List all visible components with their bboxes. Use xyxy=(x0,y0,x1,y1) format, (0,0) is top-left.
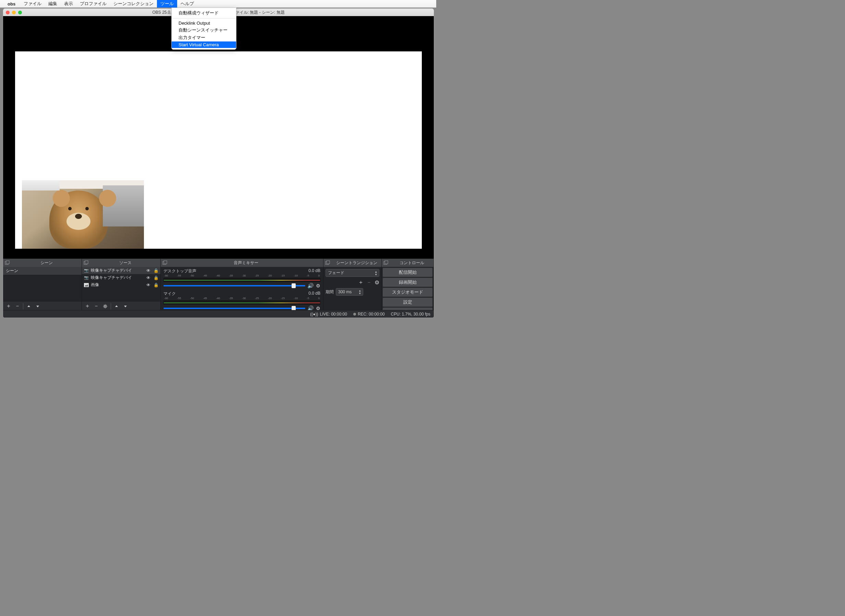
transition-settings-icon[interactable]: ⚙ xyxy=(374,279,379,286)
volume-slider[interactable] xyxy=(163,308,305,309)
record-dot-icon xyxy=(353,313,356,315)
dropdown-auto-config-wizard[interactable]: 自動構成ウィザード xyxy=(172,9,236,17)
meter-ticks: -60-55-50-45-40-35-30-25-20-15-10-50 xyxy=(163,274,320,277)
dropdown-output-timer[interactable]: 出力タイマー xyxy=(172,34,236,41)
obs-window: OBS 25.0. ァイル: 無題 - シーン: 無題 シーン シ xyxy=(3,8,434,318)
select-arrows-icon: ▴▾ xyxy=(375,270,377,276)
status-cpu: CPU: 1.7%, 30.00 fps xyxy=(391,312,430,317)
menu-view[interactable]: 表示 xyxy=(61,0,76,7)
sources-popout-icon[interactable] xyxy=(82,259,90,267)
source-label: 映像キャプチャデバイ xyxy=(91,268,144,273)
status-live: ((●)) LIVE: 00:00:00 xyxy=(310,312,347,317)
meter-ticks: -60-55-50-45-40-35-30-25-20-15-10-50 xyxy=(163,297,320,300)
source-properties-button[interactable] xyxy=(101,302,109,310)
svg-point-5 xyxy=(104,305,106,307)
svg-rect-9 xyxy=(327,261,330,264)
transitions-popout-icon[interactable] xyxy=(323,259,332,267)
minimize-window-button[interactable] xyxy=(12,10,16,15)
transition-remove-button[interactable]: － xyxy=(366,279,372,286)
menu-profile[interactable]: プロファイル xyxy=(76,0,110,7)
visibility-toggle-icon[interactable]: 👁 xyxy=(145,276,151,280)
close-window-button[interactable] xyxy=(6,10,10,15)
dropdown-start-virtual-camera[interactable]: Start Virtual Camera xyxy=(172,41,236,48)
source-item[interactable]: 📷 映像キャプチャデバイ 👁 🔒 xyxy=(82,274,160,281)
start-streaming-button[interactable]: 配信開始 xyxy=(382,268,433,277)
mixer-channel-desktop: デスクトップ音声 0.0 dB -60-55-50-45-40-35-30-25… xyxy=(163,268,320,289)
maximize-window-button[interactable] xyxy=(18,10,22,15)
volume-slider[interactable] xyxy=(163,285,305,286)
audio-meter xyxy=(163,301,320,305)
dropdown-decklink-output[interactable]: Decklink Output xyxy=(172,20,236,26)
macos-menubar: obs ファイル 編集 表示 プロファイル シーンコレクション ツール ヘルプ xyxy=(0,0,436,7)
scene-add-button[interactable]: ＋ xyxy=(4,302,13,310)
webcam-source-preview[interactable] xyxy=(22,180,144,249)
app-name-menu[interactable]: obs xyxy=(7,1,15,6)
source-label: 画像 xyxy=(91,282,144,288)
visibility-toggle-icon[interactable]: 👁 xyxy=(145,283,151,287)
source-item[interactable]: 📷 映像キャプチャデバイ 👁 🔒 xyxy=(82,267,160,274)
scene-move-up-button[interactable] xyxy=(25,302,33,310)
transition-add-button[interactable]: ＋ xyxy=(358,279,364,286)
sources-title: ソース xyxy=(90,260,160,266)
mixer-title: 音声ミキサー xyxy=(169,260,323,266)
mixer-channel-mic: マイク 0.0 dB -60-55-50-45-40-35-30-25-20-1… xyxy=(163,291,320,311)
source-add-button[interactable]: ＋ xyxy=(83,302,91,310)
transitions-dock: シーントランジション フェード ▴▾ ＋ － ⚙ 期間 300 ms ▴▾ xyxy=(323,259,382,311)
transition-select[interactable]: フェード ▴▾ xyxy=(326,269,379,277)
mixer-popout-icon[interactable] xyxy=(161,259,169,267)
camera-icon: 📷 xyxy=(83,268,89,273)
tools-dropdown: 自動構成ウィザード Decklink Output 自動シーンスイッチャー 出力… xyxy=(171,7,236,50)
studio-mode-button[interactable]: スタジオモード xyxy=(382,287,433,297)
audio-meter xyxy=(163,278,320,282)
traffic-lights xyxy=(6,10,22,15)
mute-toggle-icon[interactable]: 🔊 xyxy=(307,283,314,289)
status-bar: ((●)) LIVE: 00:00:00 REC: 00:00:00 CPU: … xyxy=(3,310,434,318)
lock-toggle-icon[interactable]: 🔒 xyxy=(153,276,159,280)
bottom-docks: シーン シーン ＋ － ソース 📷 映像キャプチャデバイ xyxy=(3,259,434,311)
source-move-up-button[interactable] xyxy=(112,302,120,310)
scenes-title: シーン xyxy=(11,260,82,266)
source-remove-button[interactable]: － xyxy=(92,302,100,310)
channel-level: 0.0 dB xyxy=(308,291,320,297)
menu-tools[interactable]: ツール xyxy=(157,0,177,7)
scene-remove-button[interactable]: － xyxy=(13,302,22,310)
audio-mixer-dock: 音声ミキサー デスクトップ音声 0.0 dB -60-55-50-45-40-3… xyxy=(161,259,323,311)
preview-canvas[interactable] xyxy=(15,51,422,249)
channel-name: マイク xyxy=(163,291,176,297)
sources-dock: ソース 📷 映像キャプチャデバイ 👁 🔒 📷 映像キャプチャデバイ 👁 🔒 xyxy=(82,259,161,311)
svg-rect-7 xyxy=(164,261,167,264)
visibility-toggle-icon[interactable]: 👁 xyxy=(145,268,151,273)
transitions-title: シーントランジション xyxy=(332,260,381,266)
svg-rect-1 xyxy=(6,261,9,264)
camera-icon: 📷 xyxy=(83,275,89,280)
svg-rect-3 xyxy=(85,261,88,264)
dropdown-separator xyxy=(172,18,236,19)
channel-settings-icon[interactable]: ⚙ xyxy=(316,283,320,289)
spinner-arrows-icon[interactable]: ▴▾ xyxy=(359,289,361,295)
menu-help[interactable]: ヘルプ xyxy=(177,0,197,7)
controls-dock: コントロール 配信開始 録画開始 スタジオモード 設定 終了 xyxy=(382,259,434,311)
preview-area[interactable] xyxy=(3,16,434,259)
controls-title: コントロール xyxy=(390,260,433,266)
start-recording-button[interactable]: 録画開始 xyxy=(382,277,433,287)
image-icon xyxy=(83,282,89,288)
scenes-popout-icon[interactable] xyxy=(3,259,11,267)
source-item[interactable]: 画像 👁 🔒 xyxy=(82,281,160,289)
controls-popout-icon[interactable] xyxy=(382,259,390,267)
dropdown-auto-scene-switcher[interactable]: 自動シーンスイッチャー xyxy=(172,26,236,34)
menu-file[interactable]: ファイル xyxy=(20,0,45,7)
lock-toggle-icon[interactable]: 🔒 xyxy=(153,283,159,287)
menu-edit[interactable]: 編集 xyxy=(45,0,61,7)
source-move-down-button[interactable] xyxy=(121,302,129,310)
lock-toggle-icon[interactable]: 🔒 xyxy=(153,268,159,273)
channel-name: デスクトップ音声 xyxy=(163,268,197,274)
duration-label: 期間 xyxy=(326,289,334,295)
menu-scene-collection[interactable]: シーンコレクション xyxy=(110,0,157,7)
duration-spinbox[interactable]: 300 ms ▴▾ xyxy=(336,288,363,296)
scene-move-down-button[interactable] xyxy=(34,302,42,310)
svg-rect-11 xyxy=(385,261,388,264)
settings-button[interactable]: 設定 xyxy=(382,298,433,307)
broadcast-icon: ((●)) xyxy=(310,312,318,317)
source-label: 映像キャプチャデバイ xyxy=(91,275,144,280)
scene-item[interactable]: シーン xyxy=(3,267,82,275)
